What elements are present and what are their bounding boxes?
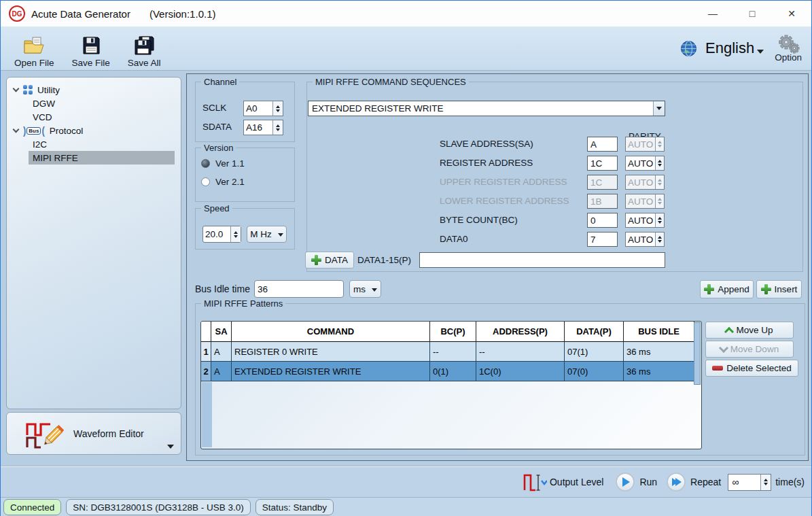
radio-ver-1-1[interactable]: Ver 1.1 bbox=[201, 158, 245, 169]
slave-address-parity-spinner: AUTO bbox=[625, 137, 665, 152]
tree-item-utility[interactable]: Utility bbox=[7, 83, 181, 97]
spinner-arrows-icon[interactable] bbox=[272, 101, 283, 116]
speed-value: 20.0 bbox=[203, 226, 230, 242]
chevron-down-icon[interactable] bbox=[167, 445, 174, 449]
chevron-expanded-icon[interactable] bbox=[13, 86, 20, 92]
play-icon bbox=[616, 472, 635, 492]
tree-item-vcd[interactable]: VCD bbox=[7, 110, 181, 124]
tree-item-protocol[interactable]: )Bus( Protocol bbox=[7, 124, 181, 137]
register-address-parity-spinner[interactable]: AUTO bbox=[625, 156, 665, 171]
language-label: English bbox=[705, 39, 754, 57]
waveform-editor-button[interactable]: Waveform Editor bbox=[6, 412, 181, 455]
add-data-button[interactable]: DATA bbox=[305, 252, 354, 269]
delete-selected-button[interactable]: Delete Selected bbox=[705, 360, 798, 377]
close-button[interactable]: ✕ bbox=[772, 1, 811, 27]
data0-label: DATA0 bbox=[440, 234, 468, 244]
spinner-arrows-icon[interactable] bbox=[655, 156, 664, 170]
upper-register-address-label: UPPER REGISTER ADDRESS bbox=[440, 177, 567, 187]
combo-arrow-icon[interactable] bbox=[653, 101, 665, 116]
tree-item-mipi-rffe[interactable]: MIPI RFFE bbox=[29, 151, 175, 165]
data0-input[interactable] bbox=[587, 232, 618, 247]
minimize-button[interactable]: — bbox=[693, 1, 732, 27]
lower-register-parity-spinner: AUTO bbox=[625, 194, 665, 209]
bus-icon: )Bus( bbox=[23, 126, 45, 136]
spinner-arrows-icon[interactable] bbox=[655, 213, 664, 227]
tree-item-dgw[interactable]: DGW bbox=[7, 97, 181, 110]
chevron-down-icon bbox=[372, 288, 377, 292]
tree-item-label: MIPI RFFE bbox=[33, 153, 78, 163]
spinner-arrows-icon[interactable] bbox=[760, 475, 771, 490]
slave-address-input[interactable] bbox=[587, 137, 618, 152]
open-file-label: Open File bbox=[14, 58, 54, 68]
scrollbar-thumb[interactable] bbox=[694, 322, 701, 385]
run-label: Run bbox=[639, 477, 657, 487]
table-row[interactable]: 1 A REGISTER 0 WRITE -- -- 07(1) 36 ms bbox=[201, 342, 701, 362]
spinner-arrows-icon[interactable] bbox=[272, 120, 283, 135]
chevron-expanded-icon[interactable] bbox=[13, 126, 20, 133]
byte-count-parity-spinner[interactable]: AUTO bbox=[625, 213, 665, 228]
spinner-arrows-icon[interactable] bbox=[655, 233, 664, 246]
bus-idle-input[interactable] bbox=[254, 280, 344, 298]
byte-count-input[interactable] bbox=[587, 213, 618, 228]
upper-register-parity-spinner: AUTO bbox=[625, 175, 665, 190]
cell-data: 07(1) bbox=[565, 342, 624, 362]
table-row-selected[interactable]: 2 A EXTENDED REGISTER WRITE 0(1) 1C(0) 0… bbox=[201, 362, 701, 381]
spinner-arrows-icon[interactable] bbox=[230, 226, 241, 242]
command-select[interactable]: EXTENDED REGISTER WRITE bbox=[308, 101, 665, 116]
cell-address: -- bbox=[476, 342, 565, 362]
radio-unselected-icon bbox=[201, 177, 210, 186]
output-level-button[interactable]: Output Level bbox=[523, 471, 603, 493]
repeat-button[interactable]: Repeat bbox=[667, 472, 721, 492]
insert-button[interactable]: Insert bbox=[756, 280, 802, 298]
upper-register-address-input bbox=[587, 175, 618, 190]
save-all-button[interactable]: Save All bbox=[124, 29, 165, 68]
speed-unit-dropdown[interactable]: M Hz bbox=[247, 226, 287, 243]
patterns-header-row: SA COMMAND BC(P) ADDRESS(P) DATA(P) BUS … bbox=[201, 322, 701, 342]
append-button[interactable]: Append bbox=[700, 280, 754, 298]
gear-icon bbox=[777, 35, 800, 54]
insert-label: Insert bbox=[775, 284, 798, 294]
cell-command: EXTENDED REGISTER WRITE bbox=[232, 362, 430, 381]
cell-command: REGISTER 0 WRITE bbox=[232, 342, 430, 362]
table-scrollbar[interactable] bbox=[694, 322, 701, 448]
lower-register-address-input bbox=[587, 194, 618, 209]
waveform-editor-icon bbox=[23, 417, 67, 450]
app-version: (Version:1.0.1) bbox=[149, 8, 216, 20]
lower-register-address-label: LOWER REGISTER ADDRESS bbox=[440, 196, 569, 206]
save-file-button[interactable]: Save File bbox=[68, 29, 114, 68]
maximize-button[interactable]: □ bbox=[732, 1, 772, 27]
parity-value: AUTO bbox=[626, 233, 655, 246]
data0-parity-spinner[interactable]: AUTO bbox=[625, 232, 665, 247]
radio-ver-2-1[interactable]: Ver 2.1 bbox=[201, 177, 245, 187]
utility-icon bbox=[23, 85, 33, 94]
times-label: time(s) bbox=[775, 477, 805, 487]
sdata-spinner[interactable]: A16 bbox=[243, 120, 283, 135]
open-file-button[interactable]: Open File bbox=[10, 29, 58, 68]
bus-idle-unit-dropdown[interactable]: ms bbox=[349, 280, 381, 298]
language-selector[interactable]: English bbox=[705, 39, 764, 57]
cell-sa: A bbox=[211, 342, 232, 362]
row-number: 1 bbox=[201, 342, 211, 362]
move-up-label: Move Up bbox=[736, 325, 773, 335]
cell-sa: A bbox=[211, 362, 232, 381]
app-title: Acute Data Generator bbox=[31, 8, 130, 20]
tree-item-i2c[interactable]: I2C bbox=[7, 137, 181, 151]
radio-label: Ver 2.1 bbox=[215, 177, 245, 187]
speed-spinner[interactable]: 20.0 bbox=[202, 226, 241, 243]
repeat-count-value: ∞ bbox=[728, 475, 760, 490]
register-address-input[interactable] bbox=[587, 156, 618, 171]
header-command: COMMAND bbox=[232, 322, 430, 342]
radio-label: Ver 1.1 bbox=[215, 158, 245, 169]
arrow-up-icon bbox=[724, 327, 734, 337]
option-button[interactable]: Option bbox=[775, 35, 802, 63]
data1-15-input[interactable] bbox=[419, 252, 665, 268]
repeat-count-spinner[interactable]: ∞ bbox=[728, 474, 771, 491]
move-up-button[interactable]: Move Up bbox=[705, 322, 794, 339]
serial-number-badge: SN: DGB3128001S (DG3128B - USB 3.0) bbox=[66, 499, 250, 515]
globe-icon bbox=[680, 40, 697, 57]
chevron-down-icon bbox=[757, 50, 764, 54]
run-button[interactable]: Run bbox=[616, 472, 657, 492]
waveform-editor-label: Waveform Editor bbox=[73, 428, 144, 439]
slave-address-label: SLAVE ADDRESS(SA) bbox=[440, 139, 533, 149]
sclk-spinner[interactable]: A0 bbox=[243, 101, 283, 116]
